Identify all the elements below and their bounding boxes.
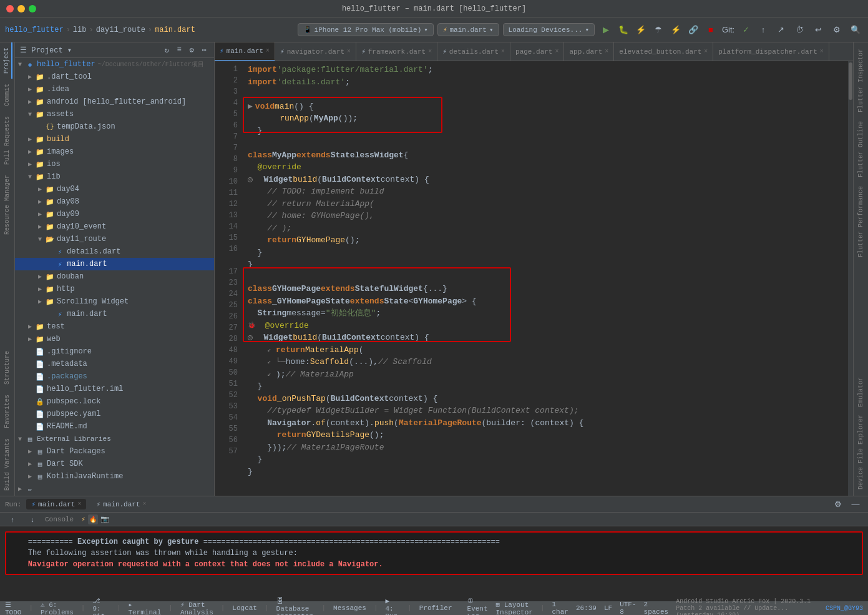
git-status[interactable]: ⎇ 9: Git <box>92 597 109 616</box>
vtab-pull-requests[interactable]: Pull Requests <box>2 111 12 170</box>
tree-item-http[interactable]: ▶ 📁 http <box>15 283 214 295</box>
indent[interactable]: 2 spaces <box>644 601 669 615</box>
vtab-project[interactable]: Project <box>2 42 12 79</box>
todo-item[interactable]: ☰ TODO <box>5 601 21 616</box>
tree-item-dart-sdk[interactable]: ▶ ▤ Dart SDK <box>15 458 214 470</box>
tree-item-details[interactable]: ⚡ details.dart <box>15 245 214 258</box>
run-config[interactable]: ⚡ main.dart ▾ <box>437 23 499 36</box>
tree-item-android[interactable]: ▶ 📁 android [hello_flutter_android] <box>15 96 214 108</box>
tab-close-icon[interactable]: × <box>605 48 608 55</box>
line-ending[interactable]: LF <box>604 604 612 612</box>
tree-item-pubspec-yaml[interactable]: 📄 pubspec.yaml <box>15 408 214 420</box>
dart-analysis-item[interactable]: ⚡ Dart Analysis <box>180 601 213 616</box>
scroll-up-icon[interactable]: ↑ <box>5 512 20 527</box>
more-icon[interactable]: ⋯ <box>199 45 209 55</box>
run-file-tab-1[interactable]: ⚡ main.dart × <box>26 499 86 509</box>
tab-framework[interactable]: ⚡ framework.dart × <box>356 42 437 61</box>
tab-details[interactable]: ⚡ details.dart × <box>437 42 510 61</box>
close-button[interactable] <box>6 5 14 12</box>
tree-item-dart-pkgs[interactable]: ▶ ▤ Dart Packages <box>15 445 214 458</box>
tree-item-main[interactable]: ⚡ main.dart <box>15 258 214 270</box>
tree-item-gitignore[interactable]: 📄 .gitignore <box>15 345 214 358</box>
coverage-button[interactable]: ☂ <box>651 22 666 37</box>
tree-item-ios[interactable]: ▶ 📁 ios <box>15 158 214 170</box>
git-check[interactable]: ✓ <box>738 22 753 37</box>
tree-item-web[interactable]: ▶ 📁 web <box>15 333 214 345</box>
layout-inspector-item[interactable]: ⊞ Layout Inspector <box>495 601 532 616</box>
sync-icon[interactable]: ↻ <box>162 45 172 55</box>
device-selector[interactable]: 📱 iPhone 12 Pro Max (mobile) ▾ <box>298 23 434 36</box>
tree-item-readme[interactable]: 📄 README.md <box>15 420 214 433</box>
tree-item-idea[interactable]: ▶ 📁 .idea <box>15 83 214 96</box>
settings-run-icon[interactable]: ⚙ <box>831 497 846 512</box>
breadcrumb-project[interactable]: hello_flutter <box>5 26 64 34</box>
tab-platform[interactable]: platform_dispatcher.dart × <box>713 42 829 61</box>
git-up[interactable]: ↑ <box>756 22 771 37</box>
minimize-panel-icon[interactable]: — <box>848 497 863 512</box>
tab-close-icon[interactable]: × <box>820 48 824 55</box>
search-button[interactable]: 🔍 <box>848 22 863 37</box>
flutter-performance-tab[interactable]: Flutter Performance <box>856 182 866 261</box>
breadcrumb-lib[interactable]: lib <box>73 26 87 34</box>
tree-item-day08[interactable]: ▶ 📁 day08 <box>15 195 214 208</box>
run-tab-close-2[interactable]: × <box>143 501 147 508</box>
vtab-structure[interactable]: Structure <box>2 346 12 390</box>
tab-close-icon[interactable]: × <box>555 48 558 55</box>
vtab-commit[interactable]: Commit <box>2 79 12 111</box>
window-controls[interactable] <box>6 5 36 12</box>
scrollbar-thumb[interactable] <box>849 62 852 100</box>
tab-close-icon[interactable]: × <box>501 48 505 55</box>
tab-page[interactable]: page.dart × <box>510 42 564 61</box>
tab-app[interactable]: app.dart × <box>564 42 614 61</box>
gear-icon[interactable]: ⚙ <box>187 45 197 55</box>
tab-close-icon[interactable]: × <box>428 48 432 55</box>
hot-reload-icon[interactable]: 🔥 <box>88 514 98 524</box>
logcat-item[interactable]: Logcat <box>232 604 257 612</box>
collapse-icon[interactable]: ≡ <box>174 45 184 55</box>
tree-item-scratches[interactable]: ▶ ✏ <box>15 483 214 495</box>
messages-item[interactable]: Messages <box>333 604 366 612</box>
tree-item-main2[interactable]: ⚡ main.dart <box>15 308 214 320</box>
tree-item-tempdata[interactable]: {} tempData.json <box>15 121 214 133</box>
tree-item-kotlin[interactable]: ▶ ▤ KotlinJavaRuntime <box>15 470 214 483</box>
vtab-resource-manager[interactable]: Resource Manager <box>2 170 12 240</box>
run-file-tab-2[interactable]: ⚡ main.dart × <box>91 499 151 509</box>
profile-button[interactable]: ⚡ <box>633 22 648 37</box>
tree-item-packages[interactable]: 📄 .packages <box>15 370 214 383</box>
tab-navigator[interactable]: ⚡ navigator.dart × <box>275 42 356 61</box>
db-inspector-item[interactable]: 🗄 Database Inspector <box>276 597 315 616</box>
vertical-scrollbar[interactable] <box>848 61 853 496</box>
tree-item-test[interactable]: ▶ 📁 test <box>15 320 214 333</box>
tree-item-douban[interactable]: ▶ 📁 douban <box>15 270 214 283</box>
tree-item-assets[interactable]: ▼ 📁 assets <box>15 108 214 121</box>
run-item[interactable]: ▶ 4: Run <box>386 597 401 616</box>
emulator-tab[interactable]: Emulator <box>856 373 866 411</box>
profiler-item[interactable]: Profiler <box>419 604 452 612</box>
tab-main-dart[interactable]: ⚡ main.dart × <box>215 42 275 61</box>
tree-item-images[interactable]: ▶ 📁 images <box>15 145 214 158</box>
tree-item-pubspec-lock[interactable]: 🔒 pubspec.lock <box>15 395 214 408</box>
terminal-item[interactable]: ▸ Terminal <box>129 601 162 616</box>
tree-item-iml[interactable]: 📄 hello_flutter.iml <box>15 383 214 395</box>
tree-item-dart-tool[interactable]: ▶ 📁 .dart_tool <box>15 71 214 83</box>
tree-item-lib[interactable]: ▼ 📁 lib <box>15 170 214 183</box>
charset[interactable]: UTF-8 <box>620 601 636 615</box>
camera-icon[interactable]: 📷 <box>100 515 109 523</box>
tree-item-day09[interactable]: ▶ 📁 day09 <box>15 208 214 220</box>
minimize-button[interactable] <box>17 5 25 12</box>
breadcrumb-file[interactable]: main.dart <box>155 26 195 34</box>
tree-item-day11[interactable]: ▼ 📂 day11_route <box>15 233 214 245</box>
code-editor[interactable]: import 'package:flutter/material.dart'; … <box>243 61 848 496</box>
event-log-item[interactable]: ① Event Log <box>467 597 489 616</box>
tree-item-day04[interactable]: ▶ 📁 day04 <box>15 183 214 195</box>
tab-close-icon[interactable]: × <box>347 48 351 55</box>
breadcrumb-route[interactable]: day11_route <box>96 26 145 34</box>
scroll-down-icon[interactable]: ↓ <box>25 512 40 527</box>
flutter-inspector-tab[interactable]: Flutter Inspector <box>856 45 866 116</box>
problems-item[interactable]: ⚠ 6: Problems <box>41 601 74 616</box>
tab-close-icon[interactable]: × <box>266 47 270 54</box>
settings-button[interactable]: ⚙ <box>829 22 844 37</box>
stop-button[interactable]: ■ <box>703 22 718 37</box>
tree-item-metadata[interactable]: 📄 .metadata <box>15 358 214 370</box>
tree-item-day10[interactable]: ▶ 📁 day10_event <box>15 220 214 233</box>
